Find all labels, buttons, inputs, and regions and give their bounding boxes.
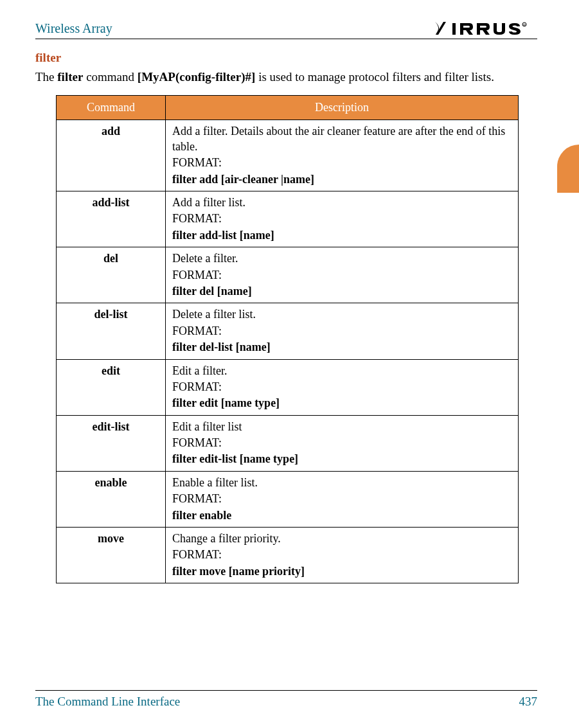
commands-table: Command Description add Add a filter. De… xyxy=(56,95,519,583)
desc-text: Enable a filter list. xyxy=(172,475,512,490)
desc-text: Delete a filter. xyxy=(172,251,512,266)
cmd-cell: del xyxy=(57,247,166,303)
col-header-description: Description xyxy=(166,96,519,120)
cmd-cell: del-list xyxy=(57,303,166,359)
format-label: FORMAT: xyxy=(172,268,512,283)
format-cmd: filter del-list [name] xyxy=(172,340,512,355)
intro-cmd: filter xyxy=(57,70,83,84)
desc-cell: Delete a filter. FORMAT: filter del [nam… xyxy=(166,247,519,303)
header-title: Wireless Array xyxy=(35,21,112,36)
desc-cell: Delete a filter list. FORMAT: filter del… xyxy=(166,303,519,359)
cmd-cell: add-list xyxy=(57,191,166,247)
format-cmd: filter del [name] xyxy=(172,284,512,299)
table-row: edit-list Edit a filter list FORMAT: fil… xyxy=(57,415,519,471)
desc-text: Change a filter priority. xyxy=(172,531,512,546)
intro-text-pre: The xyxy=(35,70,57,84)
format-label: FORMAT: xyxy=(172,155,512,170)
table-row: move Change a filter priority. FORMAT: f… xyxy=(57,528,519,583)
format-cmd: filter edit-list [name type] xyxy=(172,452,512,466)
table-row: enable Enable a filter list. FORMAT: fil… xyxy=(57,471,519,527)
table-row: edit Edit a filter. FORMAT: filter edit … xyxy=(57,359,519,415)
table-header-row: Command Description xyxy=(57,96,519,120)
desc-text: Delete a filter list. xyxy=(172,307,512,322)
table-row: del-list Delete a filter list. FORMAT: f… xyxy=(57,303,519,359)
desc-text: Edit a filter. xyxy=(172,364,512,378)
desc-text: Edit a filter list xyxy=(172,420,512,434)
page-header: Wireless Array R xyxy=(35,19,537,39)
cmd-cell: enable xyxy=(57,471,166,527)
intro-prompt: [MyAP(config-filter)#] xyxy=(138,70,256,84)
table-row: add Add a filter. Details about the air … xyxy=(57,120,519,191)
intro-text-mid: command xyxy=(83,70,137,84)
format-cmd: filter enable xyxy=(172,508,512,523)
format-label: FORMAT: xyxy=(172,211,512,226)
brand-logo: R xyxy=(434,19,537,37)
format-label: FORMAT: xyxy=(172,547,512,562)
format-cmd: filter add-list [name] xyxy=(172,228,512,243)
svg-text:R: R xyxy=(523,23,526,27)
format-cmd: filter move [name priority] xyxy=(172,564,512,579)
intro-text-post: is used to manage protocol filters and f… xyxy=(255,70,494,84)
cmd-cell: edit-list xyxy=(57,415,166,471)
desc-text: Add a filter. Details about the air clea… xyxy=(172,124,512,154)
section-intro: The filter command [MyAP(config-filter)#… xyxy=(35,67,537,86)
desc-cell: Add a filter list. FORMAT: filter add-li… xyxy=(166,191,519,247)
desc-cell: Add a filter. Details about the air clea… xyxy=(166,120,519,191)
cmd-cell: edit xyxy=(57,359,166,415)
desc-cell: Change a filter priority. FORMAT: filter… xyxy=(166,528,519,583)
col-header-command: Command xyxy=(57,96,166,120)
svg-rect-0 xyxy=(452,23,456,35)
xirrus-logo-icon: R xyxy=(434,19,537,37)
desc-cell: Enable a filter list. FORMAT: filter ena… xyxy=(166,471,519,527)
format-label: FORMAT: xyxy=(172,380,512,395)
footer-section: The Command Line Interface xyxy=(35,695,180,709)
format-cmd: filter add [air-cleaner |name] xyxy=(172,172,512,187)
footer-page-number: 437 xyxy=(519,695,538,709)
cmd-cell: add xyxy=(57,120,166,191)
page-footer: The Command Line Interface 437 xyxy=(35,690,537,709)
desc-cell: Edit a filter list FORMAT: filter edit-l… xyxy=(166,415,519,471)
format-label: FORMAT: xyxy=(172,492,512,506)
table-row: add-list Add a filter list. FORMAT: filt… xyxy=(57,191,519,247)
page-tab-icon xyxy=(557,145,579,193)
desc-cell: Edit a filter. FORMAT: filter edit [name… xyxy=(166,359,519,415)
cmd-cell: move xyxy=(57,528,166,583)
format-cmd: filter edit [name type] xyxy=(172,396,512,411)
section-title: filter xyxy=(35,51,537,65)
desc-text: Add a filter list. xyxy=(172,195,512,210)
format-label: FORMAT: xyxy=(172,324,512,339)
table-row: del Delete a filter. FORMAT: filter del … xyxy=(57,247,519,303)
format-label: FORMAT: xyxy=(172,436,512,450)
